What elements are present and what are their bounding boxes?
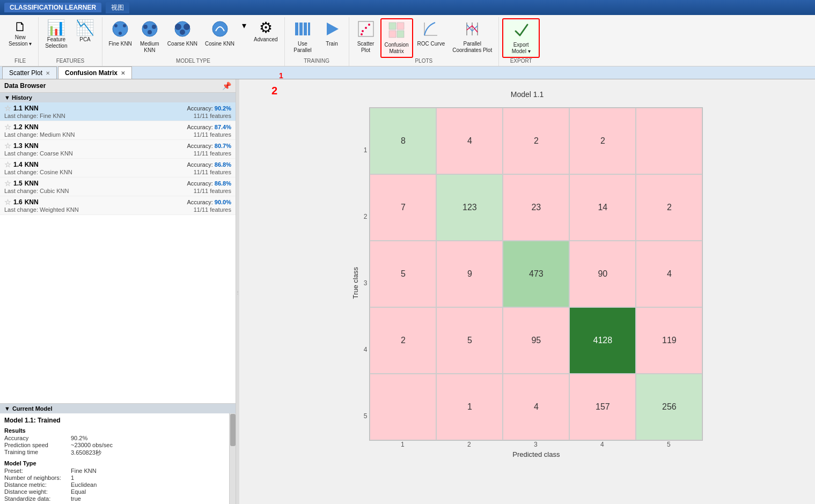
svg-rect-13 [295,23,298,35]
svg-point-19 [362,30,364,32]
content-area: 2 Model 1.1 True class 1 2 3 4 5 [239,79,815,504]
confusion-matrix-tab[interactable]: Confusion Matrix ✕ [58,66,132,79]
confusion-matrix-container: 2 Model 1.1 True class 1 2 3 4 5 [239,79,815,504]
new-session-button[interactable]: 🗋 NewSession ▾ [5,18,35,49]
history-item-3-accuracy: Accuracy: 80.7% [187,143,231,149]
sidebar-title: Data Browser [4,82,46,90]
accuracy-value: 90.2% [71,435,87,441]
history-item-6-id: 1.6 [13,198,23,206]
parallel-coordinates-button[interactable]: ParallelCoordinates Plot [449,18,495,56]
star-icon-4[interactable]: ☆ [4,160,11,169]
history-item-3-name: ☆ 1.3 KNN [4,142,39,150]
svg-point-21 [368,24,370,26]
scatter-plot-tab-label: Scatter Plot [9,69,42,77]
history-item-3-id: 1.3 [13,142,23,150]
cell-4-2: 5 [436,307,503,374]
current-model-content: Model 1.1: Trained Results Accuracy 90.2… [0,413,229,504]
history-item-6-accuracy: Accuracy: 90.0% [187,199,231,205]
history-item-5-header: ☆ 1.5 KNN Accuracy: 86.8% [4,179,231,188]
distance-weight-row: Distance weight: Equal [4,488,225,495]
cell-5-3: 4 [503,374,569,440]
history-item-6-details: Last change: Weighted KNN 11/11 features [4,206,231,213]
roc-curve-icon [422,20,439,40]
current-model-content-scroll[interactable]: Model 1.1: Trained Results Accuracy 90.2… [0,413,236,504]
history-item-2[interactable]: ☆ 1.2 KNN Accuracy: 87.4% Last change: M… [0,121,236,140]
file-buttons: 🗋 NewSession ▾ [5,18,35,58]
history-item-3-change: Last change: Coarse KNN [4,150,73,157]
train-button[interactable]: Train [319,18,346,49]
current-model-title: Model 1.1: Trained [4,417,225,424]
model-title: Model 1.1 [250,90,804,99]
current-model-header[interactable]: ▼ Current Model [0,404,236,413]
fine-knn-icon [112,20,129,40]
num-neighbors-key: Number of neighbors: [4,475,69,481]
feature-selection-button[interactable]: 📊 FeatureSelection [42,18,70,51]
star-icon-6[interactable]: ☆ [4,198,11,206]
ribbon-group-plots: ScatterPlot ConfusionMatrix [349,17,500,66]
history-item-5-features: 11/11 features [194,188,231,194]
prediction-speed-key: Prediction speed [4,442,69,448]
confusion-matrix-tab-close[interactable]: ✕ [121,70,125,76]
use-parallel-button[interactable]: UseParallel [288,18,318,56]
star-icon-2[interactable]: ☆ [4,123,11,131]
view-label[interactable]: 视图 [106,2,129,13]
export-model-button[interactable]: ExportModel ▾ [502,18,540,58]
history-item-4[interactable]: ☆ 1.4 KNN Accuracy: 86.8% Last change: C… [0,159,236,177]
star-icon-5[interactable]: ☆ [4,179,11,188]
history-item-3[interactable]: ☆ 1.3 KNN Accuracy: 80.7% Last change: C… [0,140,236,159]
model-type-group-label: MODEL TYPE [176,58,210,65]
title-bar: CLASSIFICATION LEARNER 视图 [0,0,815,15]
y-tick-5: 5 [364,383,368,449]
advanced-button[interactable]: ⚙ Advanced [251,18,281,45]
history-item-6-header: ☆ 1.6 KNN Accuracy: 90.0% [4,198,231,206]
star-icon-3[interactable]: ☆ [4,142,11,150]
ribbon-group-export: ExportModel ▾ EXPORT [499,17,543,66]
fine-knn-button[interactable]: Fine KNN [106,18,135,49]
x-axis-label: Predicted class [369,450,703,458]
history-item-1-accuracy-val: 90.2% [215,105,231,112]
sidebar-scrollbar[interactable] [229,413,236,504]
scatter-plot-button[interactable]: ScatterPlot [353,18,379,56]
standardize-row: Standardize data: true [4,495,225,502]
y-ticks: 1 2 3 4 5 [364,117,368,449]
distance-weight-key: Distance weight: [4,488,69,495]
history-item-1[interactable]: ☆ 1.1 KNN Accuracy: 90.2% Last change: F… [0,102,236,121]
sidebar-scrollbar-thumb[interactable] [230,414,236,446]
parallel-coordinates-icon [464,20,481,40]
ribbon-group-training: UseParallel Train TRAINING [285,17,349,66]
history-item-3-accuracy-val: 80.7% [215,143,231,149]
cosine-knn-button[interactable]: Cosine KNN [202,18,238,49]
y-tick-1: 1 [364,117,368,183]
more-models-button[interactable]: ▾ [239,18,249,33]
svg-point-6 [152,25,156,29]
history-item-6[interactable]: ☆ 1.6 KNN Accuracy: 90.0% Last change: W… [0,196,236,215]
history-item-4-id: 1.4 [13,161,23,168]
star-icon-1[interactable]: ☆ [4,104,11,113]
pca-button[interactable]: 📉 PCA [72,18,99,45]
scatter-plot-icon [357,20,375,40]
training-time-key: Training time [4,449,69,457]
y-tick-2: 2 [364,183,368,250]
medium-knn-button[interactable]: MediumKNN [136,18,163,56]
history-item-6-name: ☆ 1.6 KNN [4,198,39,206]
history-item-3-features: 11/11 features [194,150,231,157]
coarse-knn-button[interactable]: Coarse KNN [164,18,201,49]
current-model-collapse-icon: ▼ [4,405,10,412]
history-item-5[interactable]: ☆ 1.5 KNN Accuracy: 86.8% Last change: C… [0,177,236,196]
confusion-matrix-button[interactable]: ConfusionMatrix [380,18,413,58]
history-item-2-name: ☆ 1.2 KNN [4,123,39,131]
history-item-6-accuracy-val: 90.0% [215,199,231,205]
pca-icon: 📉 [76,20,94,35]
roc-curve-button[interactable]: ROC Curve [414,18,449,49]
ribbon-group-model-type: Fine KNN MediumKNN [102,17,285,66]
history-header[interactable]: ▼ History [0,93,236,102]
history-item-2-details: Last change: Medium KNN 11/11 features [4,131,231,138]
scatter-plot-tab-close[interactable]: ✕ [46,70,50,76]
x-tick-3: 3 [502,441,569,448]
sidebar-pin-icon[interactable]: 📌 [222,81,231,90]
scatter-plot-tab[interactable]: Scatter Plot ✕ [2,66,57,79]
training-group-label: TRAINING [304,58,329,65]
svg-point-2 [123,24,126,27]
ribbon-group-features: 📊 FeatureSelection 📉 PCA FEATURES [39,17,102,66]
matrix-number-label: 2 [271,85,277,97]
